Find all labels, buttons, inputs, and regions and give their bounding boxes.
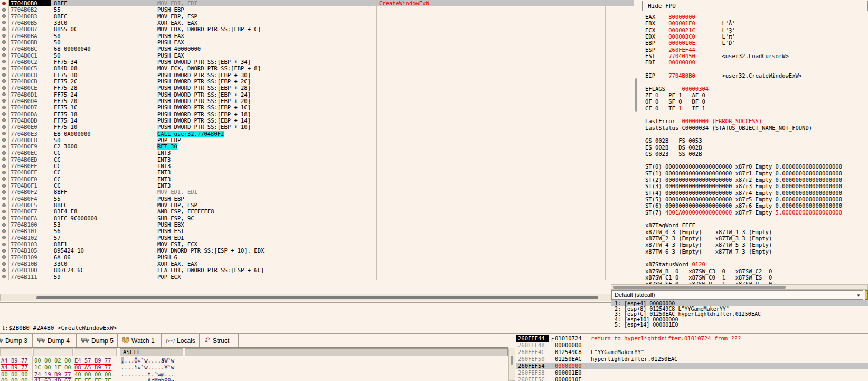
register-line[interactable]: ST(0) 00000000000000000000 x87r0 Empty 0… [645,163,842,170]
tab-dump-4[interactable]: Dump 4 [33,334,77,347]
register-line[interactable]: ESI 77040450 <user32.LoadCursorW> [645,53,789,59]
hex-byte-group: 41 63 4D 67 [34,377,71,381]
dump-ascii-header: ASCII [120,348,183,356]
disasm-h-scrollbar[interactable] [0,294,633,301]
register-line[interactable]: x87TagWord FFFF [645,222,695,228]
dump-truck-icon [0,337,3,345]
register-line[interactable]: x87TW_4 3 (Empty) x87TW_5 3 (Empty) [645,241,772,248]
register-line[interactable]: ST(6) 00000000000000000000 x87r6 Empty 0… [645,202,842,209]
stack-address: 260FEF5C [518,376,545,381]
stack-comment: hyperlightdrifter.01250EAC [591,356,677,362]
tab-label: Dump 5 [91,337,114,345]
register-line[interactable]: ST(4) 00000000000000000000 x87r4 Empty 0… [645,190,842,196]
stack-address: 260FEF4C [518,349,545,355]
hex-byte-group: 00 00 02 00 [34,357,71,364]
register-line[interactable]: ES 002B DS 002B [645,144,702,151]
register-line[interactable]: EBP 0000010E L'Ď' [645,40,735,46]
register-line[interactable]: GS 002B FS 0053 [645,137,702,144]
register-line[interactable]: x87TW_2 3 (Empty) x87TW_3 3 (Empty) [645,235,772,241]
arg-row[interactable]: 5: [esp+14] 000001E0 [615,322,678,328]
register-line[interactable]: EDX 000003C0 L'π' [645,33,735,40]
dump-truck-icon [37,337,45,345]
dump-row[interactable]: 00 00 0074 19 B9 7740 00 00 00........t.… [0,371,508,378]
stack-address: 260FEF58 [518,369,545,376]
register-line[interactable]: x87TW_6 3 (Empty) x87TW_7 3 (Empty) [645,248,772,255]
register-line[interactable]: ST(3) 00000000000000000000 x87r3 Empty 0… [645,183,842,189]
register-line[interactable]: x87TW_0 3 (Empty) x87TW_1 3 (Empty) [645,229,772,235]
dump-header-cell [74,348,117,356]
register-line[interactable]: ST(7) 4001A000000000000000 x87r7 Empty 5… [645,209,842,216]
stack-row[interactable]: 260FEF58000001E0 [516,369,868,376]
tab-struct[interactable]: Struct [200,334,239,347]
stack-row[interactable]: 260FEF44┌01010724return to hyperlightdri… [516,335,868,342]
hex-byte-group: 00 00 00 [1,371,28,377]
stack-value: 01250EAC [555,356,582,362]
args-count-spinbox-partial[interactable] [865,290,868,300]
dump-v-scrollbar-thumb[interactable] [511,356,513,365]
register-line[interactable]: ECX 0000021C L'Ȝ' [645,27,735,33]
stack-value: 00000000 [555,342,582,348]
calling-convention-value: Default (stdcall) [615,292,655,298]
dump-v-scrollbar[interactable] [508,348,515,381]
stack-value: 012549C8 [555,349,582,355]
tab-label: Struct [213,337,229,345]
tab-dump-3[interactable]: Dump 3 [0,334,33,347]
tab-dump-5[interactable]: Dump 5 [77,334,117,347]
dump-ascii-text: ........t.¹w@... [121,371,174,377]
register-line[interactable]: CS 0023 SS 002B [645,151,702,157]
dump-ascii-text: ........AcMgþÿÿ~ [121,377,174,381]
stack-address: 260FEF48 [518,342,545,348]
register-line[interactable]: x87StatusWord 0120 [645,261,705,267]
chevron-down-icon: ▼ [856,293,861,298]
register-line[interactable]: EFLAGS 00000304 [645,86,709,92]
stack-row[interactable]: 260FEF5400000000 [516,363,868,369]
stack-row[interactable]: 260FEF4800000000 [516,342,868,349]
dump-row[interactable]: A4 B9 7700 00 02 00E4 57 B9 77....Ô¤¹w..… [0,357,508,364]
calling-convention-select[interactable]: Default (stdcall) ▼ [611,290,863,300]
dump-row[interactable]: A4 B9 771C 00 1E 0008 A5 B9 77....ì¤¹w..… [0,364,508,371]
disasm-h-scrollbar-thumb[interactable] [36,296,598,299]
register-line[interactable]: x87SW_SF 0 x87SW_P 1 x87SW_U 0 [645,281,772,284]
stack-row[interactable]: 260FEF5C0000010E [516,376,868,381]
register-line[interactable]: ESP 260FEF44 [645,47,695,53]
stack-value: 01010724 [555,335,582,341]
register-line[interactable]: ZF 0 PF 1 AF 0 [645,92,705,98]
register-line[interactable]: x87SW_C1 0 x87SW_C0 1 x87SW_ES 0 [645,274,772,281]
tab-watch-1[interactable]: Watch 1 [117,334,161,347]
pane-border [0,302,611,303]
stack-comment: return to hyperlightdrifter.01010724 fro… [591,335,741,341]
register-line[interactable]: CF 0 TF 1 IF 1 [645,105,705,111]
tab-label: Locals [177,337,195,345]
stack-comment: L"YYGameMakerYY" [591,349,644,355]
register-line[interactable]: ST(1) 00000000000000000000 x87r1 Empty 0… [645,170,842,176]
debugger-window: 7704B0B08BFFMOV EDI, EDICreateWindowExW7… [0,0,868,381]
register-line[interactable]: EDI 00000000 [645,59,695,66]
stack-address: 260FEF50 [518,356,545,362]
register-line[interactable]: EAX 80000000 [645,14,695,20]
return-address-bracket: ┌ [550,335,553,341]
dump-truck-icon [81,337,89,345]
registers-h-scrollbar[interactable] [611,284,868,290]
stack-value: 0000010E [555,376,582,381]
locals-icon: [x=] [166,338,175,343]
dump-row[interactable]: 00 00 0041 63 4D 67FE FF FF 7E........Ac… [0,377,508,381]
register-line[interactable]: EBX 000001E0 L'Ǡ' [645,20,735,26]
register-line[interactable]: OF 0 SF 0 DF 0 [645,98,705,105]
stack-row[interactable]: 260FEF5001250EAChyperlightdrifter.01250E… [516,356,868,363]
dump-ascii-text: ....ì¤¹w.....¥¹w [121,364,174,370]
stack-value: 000001E0 [555,369,582,376]
registers-pane[interactable]: EAX 80000000EBX 000001E0 L'Ǡ'ECX 0000021… [0,0,868,284]
register-line[interactable]: x87SW_B 0 x87SW_C3 0 x87SW_C2 0 [645,268,772,274]
tab-locals[interactable]: [x=]Locals [161,334,200,347]
tab-label: Dump 3 [5,337,27,345]
register-line[interactable]: EIP 7704B0B0 <user32.CreateWindowExW> [645,72,802,79]
register-line[interactable]: ST(2) 00000000000000000000 x87r2 Empty 0… [645,176,842,183]
register-line[interactable]: LastStatus C0000034 (STATUS_OBJECT_NAME_… [645,125,812,131]
registers-h-scrollbar-thumb[interactable] [613,286,786,289]
watch-icon [122,337,129,345]
stack-row[interactable]: 260FEF4C012549C8L"YYGameMakerYY" [516,349,868,356]
hex-byte-group: 40 00 00 00 [74,371,111,377]
register-line[interactable]: LastError 00000000 (ERROR_SUCCESS) [645,118,762,124]
dump-header-cell [0,348,32,356]
register-line[interactable]: ST(5) 00000000000000000000 x87r5 Empty 0… [645,196,842,202]
